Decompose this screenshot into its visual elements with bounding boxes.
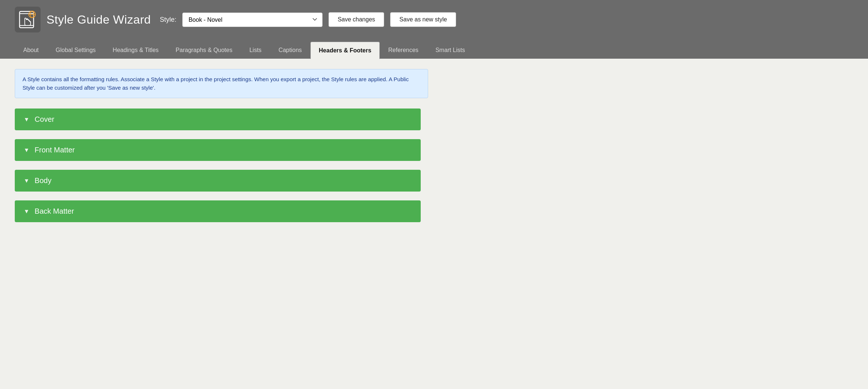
tab-global-settings[interactable]: Global Settings [47,41,104,59]
nav-tabs: About Global Settings Headings & Titles … [15,41,853,59]
section-body[interactable]: ▼ Body [15,170,421,192]
chevron-down-icon: ▼ [24,147,30,154]
info-banner: A Style contains all the formatting rule… [15,69,428,98]
chevron-down-icon: ▼ [24,208,30,215]
style-label: Style: [160,16,176,24]
tab-headers-footers[interactable]: Headers & Footers [310,42,380,59]
section-front-matter-label: Front Matter [35,146,75,154]
app-header: Style Guide Wizard Style: Book - Novel B… [0,0,868,59]
chevron-down-icon: ▼ [24,116,30,123]
tab-about[interactable]: About [15,41,47,59]
chevron-down-icon: ▼ [24,178,30,184]
section-body-label: Body [35,176,52,185]
section-cover[interactable]: ▼ Cover [15,109,421,130]
style-select[interactable]: Book - Novel Book - Non-Fiction Academic… [182,13,323,27]
app-title: Style Guide Wizard [46,13,151,27]
section-back-matter[interactable]: ▼ Back Matter [15,200,421,222]
tab-paragraphs-quotes[interactable]: Paragraphs & Quotes [167,41,241,59]
section-back-matter-label: Back Matter [35,207,74,216]
tab-references[interactable]: References [380,41,427,59]
tab-headings-titles[interactable]: Headings & Titles [104,41,167,59]
save-changes-button[interactable]: Save changes [328,12,384,27]
style-row: Style: Book - Novel Book - Non-Fiction A… [160,12,456,27]
tab-smart-lists[interactable]: Smart Lists [427,41,473,59]
tab-captions[interactable]: Captions [270,41,310,59]
logo-area: Style Guide Wizard [15,7,151,32]
tab-lists[interactable]: Lists [241,41,270,59]
section-front-matter[interactable]: ▼ Front Matter [15,139,421,161]
save-new-style-button[interactable]: Save as new style [390,12,456,27]
main-content: A Style contains all the formatting rule… [0,59,443,241]
app-logo-icon [15,7,41,32]
section-cover-label: Cover [35,115,54,124]
